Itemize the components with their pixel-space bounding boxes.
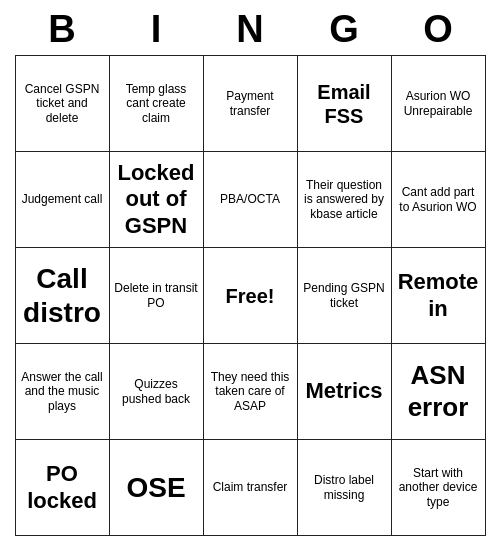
letter-o: O	[391, 8, 485, 51]
bingo-cell-0: Cancel GSPN ticket and delete	[16, 56, 110, 152]
bingo-cell-20: PO locked	[16, 440, 110, 536]
bingo-cell-16: Quizzes pushed back	[110, 344, 204, 440]
bingo-cell-6: Locked out of GSPN	[110, 152, 204, 248]
bingo-cell-7: PBA/OCTA	[204, 152, 298, 248]
letter-i: I	[109, 8, 203, 51]
bingo-cell-5: Judgement call	[16, 152, 110, 248]
bingo-cell-19: ASN error	[392, 344, 486, 440]
bingo-cell-11: Delete in transit PO	[110, 248, 204, 344]
bingo-cell-4: Asurion WO Unrepairable	[392, 56, 486, 152]
bingo-cell-10: Call distro	[16, 248, 110, 344]
bingo-cell-24: Start with another device type	[392, 440, 486, 536]
bingo-cell-12: Free!	[204, 248, 298, 344]
bingo-cell-2: Payment transfer	[204, 56, 298, 152]
letter-n: N	[203, 8, 297, 51]
bingo-grid: Cancel GSPN ticket and deleteTemp glass …	[15, 55, 486, 536]
bingo-cell-14: Remote in	[392, 248, 486, 344]
bingo-cell-8: Their question is answered by kbase arti…	[298, 152, 392, 248]
bingo-cell-17: They need this taken care of ASAP	[204, 344, 298, 440]
bingo-cell-9: Cant add part to Asurion WO	[392, 152, 486, 248]
letter-g: G	[297, 8, 391, 51]
bingo-cell-13: Pending GSPN ticket	[298, 248, 392, 344]
bingo-cell-23: Distro label missing	[298, 440, 392, 536]
bingo-cell-18: Metrics	[298, 344, 392, 440]
letter-b: B	[15, 8, 109, 51]
bingo-cell-3: Email FSS	[298, 56, 392, 152]
bingo-cell-15: Answer the call and the music plays	[16, 344, 110, 440]
bingo-cell-22: Claim transfer	[204, 440, 298, 536]
bingo-cell-21: OSE	[110, 440, 204, 536]
bingo-cell-1: Temp glass cant create claim	[110, 56, 204, 152]
bingo-title: B I N G O	[15, 8, 485, 51]
